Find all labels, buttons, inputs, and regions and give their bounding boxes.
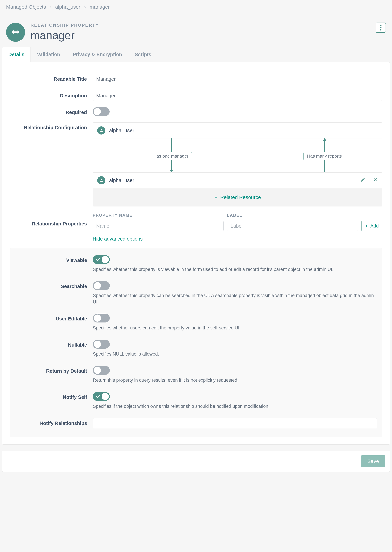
header-eyebrow: RELATIONSHIP PROPERTY bbox=[30, 22, 99, 28]
label-nullable: Nullable bbox=[15, 340, 93, 348]
more-actions-button[interactable] bbox=[376, 22, 386, 33]
tabs: Details Validation Privacy & Encryption … bbox=[2, 47, 390, 62]
breadcrumb-mid[interactable]: alpha_user bbox=[55, 4, 80, 10]
relprop-label-input[interactable] bbox=[227, 221, 358, 231]
tab-validation[interactable]: Validation bbox=[31, 47, 66, 62]
check-icon bbox=[96, 257, 100, 263]
label-notify-relationships: Notify Relationships bbox=[15, 418, 93, 426]
page-title: manager bbox=[30, 29, 99, 42]
label-user-editable: User Editable bbox=[15, 314, 93, 322]
footer-bar: Save bbox=[2, 451, 390, 472]
svg-point-0 bbox=[380, 25, 381, 26]
edit-icon[interactable] bbox=[360, 177, 365, 183]
breadcrumb-leaf: manager bbox=[90, 4, 110, 10]
help-nullable: Specifies NULL value is allowed. bbox=[93, 351, 377, 357]
relprop-label-header: LABEL bbox=[227, 213, 358, 219]
svg-point-1 bbox=[380, 27, 381, 28]
page-header: RELATIONSHIP PROPERTY manager bbox=[0, 14, 392, 47]
relationship-icon bbox=[6, 23, 25, 42]
label-return-default: Return by Default bbox=[15, 366, 93, 374]
relationship-target-box: alpha_user bbox=[93, 173, 382, 188]
details-panel: Readable Title Description Required Rela… bbox=[2, 62, 390, 445]
relprop-add-label: Add bbox=[370, 223, 379, 229]
help-searchable: Specifies whether this property can be s… bbox=[93, 292, 377, 305]
tab-privacy-encryption[interactable]: Privacy & Encryption bbox=[66, 47, 128, 62]
save-button[interactable]: Save bbox=[361, 455, 385, 467]
relationship-source-name: alpha_user bbox=[109, 128, 134, 133]
required-toggle[interactable] bbox=[93, 107, 110, 116]
user-editable-toggle[interactable] bbox=[93, 314, 110, 322]
help-return-default: Return this property in query results, e… bbox=[93, 377, 377, 384]
close-icon[interactable] bbox=[373, 177, 378, 183]
label-viewable: Viewable bbox=[15, 255, 93, 263]
label-required: Required bbox=[10, 107, 93, 115]
relationship-target-name: alpha_user bbox=[109, 177, 134, 183]
breadcrumb-root[interactable]: Managed Objects bbox=[6, 4, 46, 10]
breadcrumb: Managed Objects › alpha_user › manager bbox=[0, 0, 392, 14]
help-user-editable: Specifies whether users can edit the pro… bbox=[93, 325, 377, 331]
relprop-name-input[interactable] bbox=[93, 221, 224, 231]
readable-title-input[interactable] bbox=[93, 74, 382, 84]
notify-self-toggle[interactable] bbox=[93, 392, 110, 401]
label-searchable: Searchable bbox=[15, 281, 93, 289]
help-viewable: Specifies whether this property is viewa… bbox=[93, 266, 377, 273]
nullable-toggle[interactable] bbox=[93, 340, 110, 349]
help-notify-self: Specifies if the object which owns this … bbox=[93, 403, 377, 410]
relprop-name-header: PROPERTY NAME bbox=[93, 213, 224, 219]
label-description: Description bbox=[10, 91, 93, 99]
user-icon bbox=[97, 176, 105, 184]
tab-scripts[interactable]: Scripts bbox=[128, 47, 158, 62]
return-default-toggle[interactable] bbox=[93, 366, 110, 375]
check-icon bbox=[96, 394, 100, 400]
chevron-right-icon: › bbox=[50, 4, 51, 10]
relprop-add-button[interactable]: Add bbox=[361, 221, 382, 231]
tab-details[interactable]: Details bbox=[2, 47, 31, 62]
chevron-right-icon: › bbox=[84, 4, 86, 10]
has-one-label: Has one manager bbox=[150, 152, 192, 160]
has-many-label: Has many reports bbox=[303, 152, 345, 160]
add-related-resource-button[interactable]: Related Resource bbox=[93, 188, 382, 206]
label-relationship-properties: Relationship Properties bbox=[10, 213, 93, 227]
add-related-resource-label: Related Resource bbox=[220, 194, 261, 200]
relationship-arrows: Has one manager Has many reports bbox=[93, 138, 382, 172]
relationship-source-box: alpha_user bbox=[93, 123, 382, 138]
label-readable-title: Readable Title bbox=[10, 74, 93, 82]
svg-point-2 bbox=[380, 29, 381, 30]
user-icon bbox=[97, 126, 105, 135]
searchable-toggle[interactable] bbox=[93, 281, 110, 290]
viewable-toggle[interactable] bbox=[93, 255, 110, 264]
notify-relationships-input[interactable] bbox=[93, 418, 377, 428]
description-input[interactable] bbox=[93, 91, 382, 101]
advanced-options: Viewable Specifies whether this property… bbox=[10, 248, 382, 437]
label-relationship-config: Relationship Configuration bbox=[10, 123, 93, 131]
label-notify-self: Notify Self bbox=[15, 392, 93, 400]
toggle-advanced-link[interactable]: Hide advanced options bbox=[93, 236, 143, 242]
